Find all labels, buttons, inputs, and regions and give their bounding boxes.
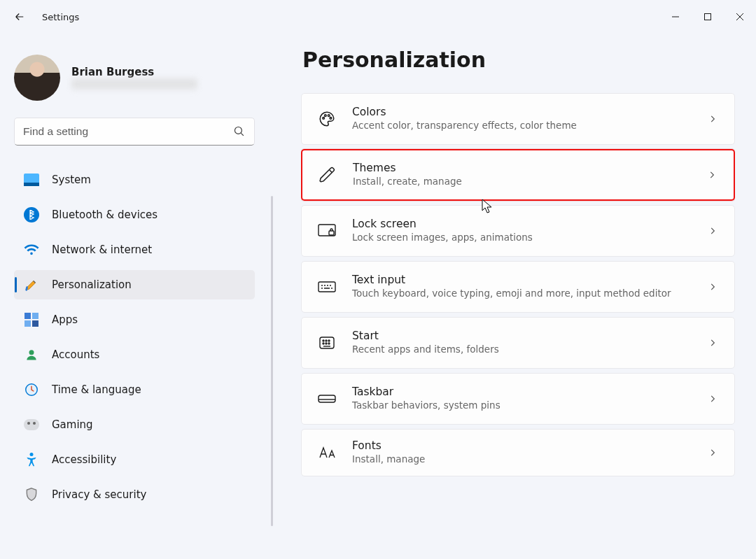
sidebar-item-label: Privacy & security [52, 488, 146, 501]
sidebar-item-apps[interactable]: Apps [14, 305, 255, 334]
sidebar-item-label: System [52, 174, 91, 186]
sidebar-item-privacy[interactable]: Privacy & security [14, 480, 255, 509]
svg-point-21 [326, 343, 327, 344]
wifi-icon [24, 242, 39, 257]
avatar [14, 55, 60, 101]
bluetooth-icon [24, 207, 39, 222]
svg-point-6 [29, 350, 34, 355]
search-icon [233, 125, 246, 138]
sidebar-item-label: Network & internet [52, 243, 152, 256]
chevron-right-icon [708, 225, 719, 236]
sidebar: Brian Burgess System Bluetooth & devices [0, 34, 273, 559]
sidebar-item-label: Apps [52, 313, 78, 326]
card-subtitle: Touch keyboard, voice typing, emoji and … [352, 288, 708, 300]
card-themes[interactable]: Themes Install, create, manage [301, 149, 735, 201]
svg-rect-4 [24, 320, 31, 327]
card-start[interactable]: Start Recent apps and items, folders [301, 317, 735, 369]
card-title: Fonts [352, 439, 708, 452]
palette-icon [317, 109, 337, 129]
sidebar-item-accessibility[interactable]: Accessibility [14, 445, 255, 474]
card-taskbar[interactable]: Taskbar Taskbar behaviors, system pins [301, 373, 735, 425]
card-lock-screen[interactable]: Lock screen Lock screen images, apps, an… [301, 205, 735, 257]
svg-rect-5 [32, 320, 38, 327]
fonts-icon [317, 443, 337, 462]
card-fonts[interactable]: Fonts Install, manage [301, 429, 735, 476]
sidebar-scrollbar[interactable] [271, 196, 273, 526]
profile-name: Brian Burgess [71, 66, 197, 78]
svg-rect-15 [318, 282, 335, 292]
svg-point-20 [323, 343, 324, 344]
card-title: Text input [352, 274, 708, 286]
accessibility-icon [24, 452, 39, 467]
sidebar-item-network[interactable]: Network & internet [14, 235, 255, 264]
card-subtitle: Accent color, transparency effects, colo… [352, 120, 708, 132]
person-icon [24, 347, 39, 362]
app-title: Settings [42, 12, 79, 22]
sidebar-item-label: Time & language [52, 383, 141, 396]
card-colors[interactable]: Colors Accent color, transparency effect… [301, 93, 735, 145]
close-button[interactable] [724, 6, 756, 28]
main-content: Personalization Colors Accent color, tra… [273, 34, 756, 559]
sidebar-item-label: Personalization [52, 278, 132, 291]
card-title: Themes [353, 162, 707, 174]
sidebar-item-system[interactable]: System [14, 165, 255, 194]
nav-list: System Bluetooth & devices Network & int… [14, 165, 255, 509]
profile-block[interactable]: Brian Burgess [14, 55, 273, 101]
svg-point-19 [328, 340, 330, 341]
chevron-right-icon [708, 447, 719, 458]
svg-rect-14 [329, 231, 334, 235]
card-title: Start [352, 330, 708, 342]
chevron-right-icon [708, 337, 719, 348]
svg-rect-2 [24, 313, 31, 319]
minimize-button[interactable] [659, 6, 692, 28]
svg-point-8 [30, 453, 34, 456]
card-text-input[interactable]: Text input Touch keyboard, voice typing,… [301, 261, 735, 313]
card-subtitle: Taskbar behaviors, system pins [352, 399, 708, 412]
keyboard-icon [317, 277, 337, 297]
profile-email-blurred [71, 78, 197, 90]
search-box[interactable] [14, 118, 255, 146]
svg-rect-3 [32, 313, 38, 319]
apps-icon [24, 312, 39, 327]
chevron-right-icon [708, 281, 719, 292]
sidebar-item-label: Accounts [52, 348, 99, 361]
sidebar-item-label: Bluetooth & devices [52, 208, 158, 221]
card-subtitle: Lock screen images, apps, animations [352, 232, 708, 244]
card-title: Colors [352, 106, 708, 118]
lock-screen-icon [317, 221, 337, 241]
sidebar-item-accounts[interactable]: Accounts [14, 340, 255, 369]
sidebar-item-time[interactable]: Time & language [14, 375, 255, 404]
sidebar-item-label: Gaming [52, 418, 93, 431]
card-title: Lock screen [352, 218, 708, 230]
svg-rect-23 [318, 395, 335, 402]
sidebar-item-bluetooth[interactable]: Bluetooth & devices [14, 200, 255, 229]
svg-point-22 [328, 343, 330, 344]
search-input[interactable] [23, 125, 233, 138]
back-button[interactable] [13, 10, 27, 24]
card-subtitle: Install, manage [352, 453, 708, 466]
sidebar-item-personalization[interactable]: Personalization [14, 270, 255, 299]
clock-globe-icon [24, 382, 39, 397]
start-menu-icon [317, 333, 337, 353]
chevron-right-icon [707, 169, 718, 181]
shield-icon [24, 487, 39, 502]
svg-point-18 [326, 340, 327, 341]
svg-point-11 [328, 115, 330, 117]
maximize-button[interactable] [692, 6, 724, 28]
card-title: Taskbar [352, 385, 708, 398]
taskbar-icon [317, 389, 337, 409]
sidebar-item-gaming[interactable]: Gaming [14, 410, 255, 439]
sidebar-item-label: Accessibility [52, 453, 116, 466]
chevron-right-icon [708, 113, 719, 125]
paintbrush-icon [24, 277, 39, 292]
card-subtitle: Install, create, manage [353, 176, 707, 188]
card-subtitle: Recent apps and items, folders [352, 344, 708, 356]
window-controls [659, 6, 756, 28]
chevron-right-icon [708, 393, 719, 404]
svg-rect-0 [705, 14, 711, 20]
svg-point-10 [325, 115, 327, 117]
page-title: Personalization [302, 48, 735, 72]
svg-point-1 [234, 127, 241, 134]
gamepad-icon [24, 417, 39, 432]
svg-point-9 [323, 118, 325, 120]
